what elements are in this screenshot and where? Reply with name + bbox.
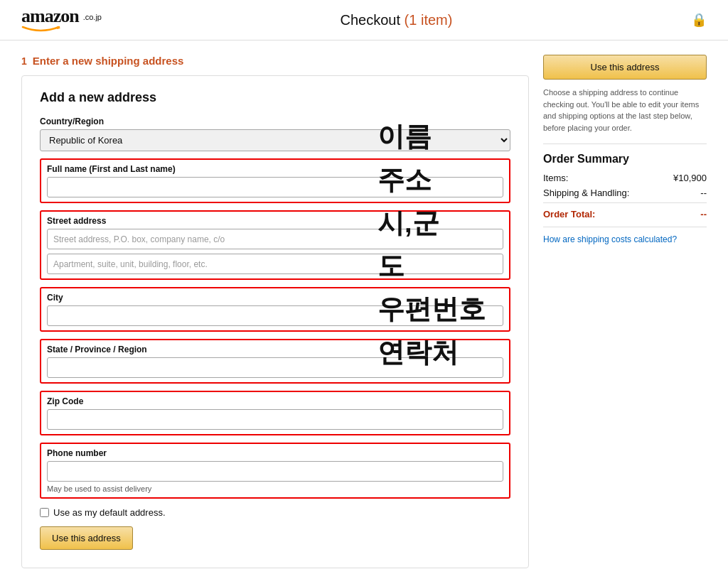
card-title: Add a new address [40,90,510,105]
address-card: Add a new address Country/Region Republi… [21,75,529,568]
phone-label: Phone number [47,448,503,458]
country-select[interactable]: Republic of Korea Japan United States [40,129,510,151]
country-label: Country/Region [40,116,510,126]
fullname-input[interactable] [47,177,503,197]
left-panel: 1 Enter a new shipping address Add a new… [21,55,529,569]
city-label: City [47,293,503,303]
step1-title: Enter a new shipping address [33,55,184,67]
total-row: Order Total: -- [543,202,707,220]
order-summary-title: Order Summary [543,143,707,166]
use-address-button-right[interactable]: Use this address [543,55,707,80]
total-value: -- [700,209,707,220]
phone-group: Phone number May be used to assist deliv… [40,443,510,499]
default-address-label: Use as my default address. [53,507,166,518]
logo-wrapper: amazon .co.jp [21,7,102,33]
step1-number: 1 [21,55,27,67]
zip-label: Zip Code [47,396,503,406]
checkout-title: Checkout (1 item) [341,12,453,28]
items-row: Items: ¥10,900 [543,173,707,183]
submit-address-button[interactable]: Use this address [40,526,133,550]
street-label: Street address [47,216,503,226]
shipping-value: -- [700,188,707,198]
shipping-label: Shipping & Handling: [543,188,629,198]
lock-icon: 🔒 [691,12,707,28]
shipping-row: Shipping & Handling: -- [543,188,707,198]
country-group: Country/Region Republic of Korea Japan U… [40,116,510,151]
state-group: State / Province / Region [40,339,510,384]
header: amazon .co.jp Checkout (1 item) 🔒 [0,0,728,40]
item-count: (1 item) [405,12,453,28]
state-input[interactable] [47,357,503,378]
default-address-checkbox[interactable] [40,508,49,517]
phone-input[interactable] [47,461,503,482]
fullname-label: Full name (First and Last name) [47,164,503,174]
amazon-logo: amazon [21,7,79,26]
step1-header: 1 Enter a new shipping address [21,55,529,67]
apt-input[interactable] [47,254,503,274]
logo-suffix: .co.jp [83,13,102,21]
shipping-costs-link[interactable]: How are shipping costs calculated? [543,227,707,244]
zip-input[interactable] [47,409,503,430]
street-input[interactable] [47,229,503,249]
items-label: Items: [543,173,568,183]
zip-group: Zip Code [40,391,510,435]
state-label: State / Province / Region [47,345,503,354]
items-value: ¥10,900 [673,173,707,183]
right-panel: Use this address Choose a shipping addre… [543,55,707,569]
logo-area: amazon .co.jp [21,7,102,26]
amazon-smile-icon [21,26,60,33]
city-group: City [40,287,510,332]
street-group: Street address [40,210,510,280]
right-panel-note: Choose a shipping address to continue ch… [543,87,707,134]
default-address-row: Use as my default address. [40,507,510,518]
phone-note: May be used to assist delivery [47,484,503,493]
fullname-group: Full name (First and Last name) [40,158,510,203]
city-input[interactable] [47,305,503,326]
main-container: 1 Enter a new shipping address Add a new… [0,40,728,569]
total-label: Order Total: [543,209,595,220]
